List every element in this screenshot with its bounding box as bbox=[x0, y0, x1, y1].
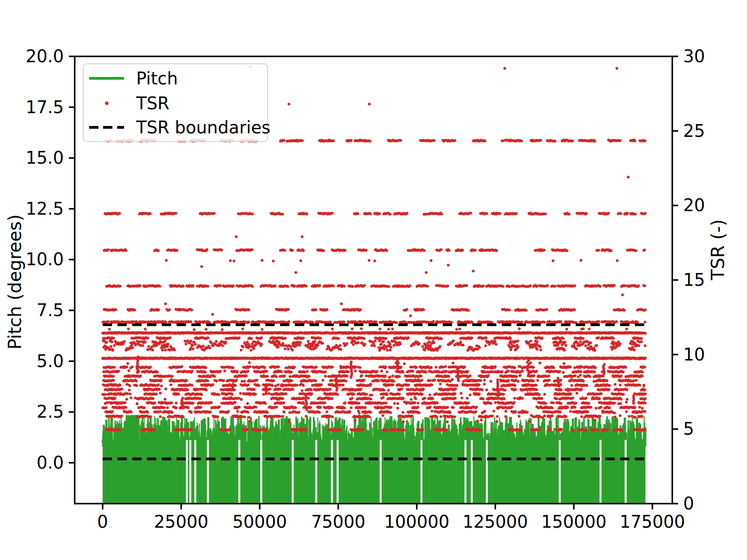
right-y-axis-label: TSR (-) bbox=[706, 114, 729, 386]
legend: Pitch TSR TSR boundaries bbox=[83, 63, 268, 142]
pitch-base-band bbox=[103, 441, 645, 503]
left-y-tick-label: 2.5 bbox=[37, 402, 64, 422]
left-y-tick-label: 10.0 bbox=[26, 249, 64, 269]
tsr-dot-swatch-icon bbox=[89, 92, 124, 114]
x-tick-label: 100000 bbox=[384, 512, 449, 532]
tsr-boundaries-dash-swatch-icon bbox=[89, 116, 124, 138]
right-y-tick-label: 15 bbox=[683, 270, 705, 290]
right-y-tick-label: 30 bbox=[683, 46, 705, 66]
pitch-line-swatch-icon bbox=[89, 67, 124, 89]
chart-figure: 0250005000075000100000125000150000175000… bbox=[0, 0, 747, 560]
right-y-tick-label: 0 bbox=[683, 494, 694, 513]
left-y-tick-label: 0.0 bbox=[37, 453, 64, 472]
x-tick-label: 50000 bbox=[233, 512, 287, 532]
legend-item-tsr-boundaries: TSR boundaries bbox=[84, 116, 267, 138]
left-y-tick-label: 7.5 bbox=[37, 300, 64, 320]
x-tick-label: 75000 bbox=[311, 512, 365, 532]
left-y-axis-label: Pitch (degrees) bbox=[3, 146, 26, 418]
left-y-tick-label: 17.5 bbox=[26, 97, 64, 117]
legend-label-tsr-boundaries: TSR boundaries bbox=[136, 117, 270, 137]
right-y-tick-label: 25 bbox=[683, 121, 705, 141]
left-y-tick-label: 5.0 bbox=[37, 351, 64, 371]
right-y-tick-label: 10 bbox=[683, 345, 705, 364]
legend-label-pitch: Pitch bbox=[136, 68, 178, 88]
legend-item-tsr: TSR bbox=[84, 92, 267, 114]
left-y-tick-label: 15.0 bbox=[26, 148, 64, 168]
left-y-tick-label: 20.0 bbox=[26, 46, 64, 66]
legend-item-pitch: Pitch bbox=[84, 67, 267, 89]
x-tick-label: 25000 bbox=[154, 512, 209, 532]
legend-label-tsr: TSR bbox=[136, 93, 169, 113]
right-y-tick-label: 20 bbox=[683, 195, 705, 215]
x-tick-label: 125000 bbox=[463, 512, 528, 532]
x-tick-label: 0 bbox=[97, 512, 108, 532]
right-y-tick-label: 5 bbox=[683, 419, 694, 439]
left-y-tick-label: 12.5 bbox=[26, 199, 64, 219]
x-tick-label: 175000 bbox=[620, 512, 685, 532]
x-tick-label: 150000 bbox=[541, 512, 607, 532]
